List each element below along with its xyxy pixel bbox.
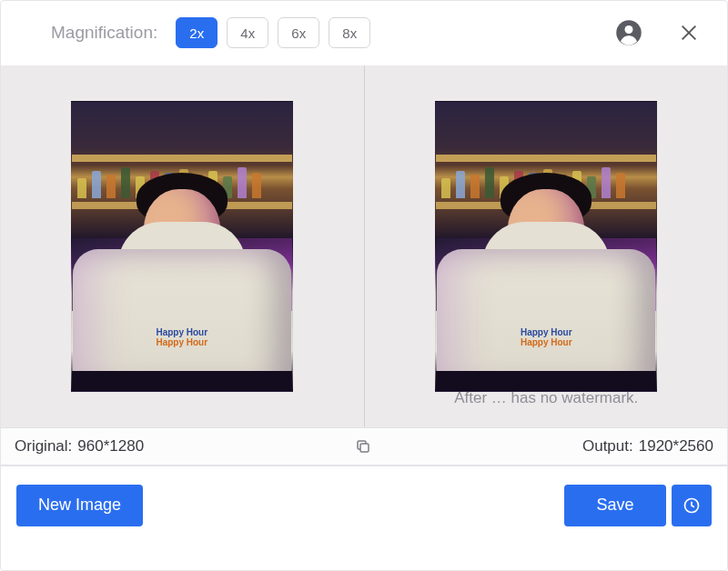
magnification-2x[interactable]: 2x (176, 17, 217, 48)
output-dimensions: 1920*2560 (639, 437, 713, 456)
hoodie-text-line2: Happy Hour (156, 338, 207, 348)
magnification-8x[interactable]: 8x (329, 17, 370, 48)
toolbar: Magnification: 2x 4x 6x 8x (0, 0, 728, 65)
hoodie-text-line1: Happy Hour (156, 328, 207, 338)
clock-icon (682, 496, 701, 515)
output-pane: Happy Hour Happy Hour After … has no wat… (365, 65, 729, 427)
svg-point-1 (625, 25, 633, 34)
compare-area: Happy Hour Happy Hour (0, 65, 728, 427)
history-button[interactable] (672, 485, 712, 526)
hoodie-text-line2: Happy Hour (521, 338, 572, 348)
magnification-label: Magnification: (51, 23, 157, 43)
close-icon[interactable] (679, 23, 699, 43)
original-image: Happy Hour Happy Hour (71, 101, 293, 392)
new-image-button[interactable]: New Image (16, 485, 143, 526)
copy-icon[interactable] (355, 438, 371, 455)
magnification-options: 2x 4x 6x 8x (176, 17, 370, 48)
output-image: Happy Hour Happy Hour (435, 101, 657, 392)
original-label: Original: (15, 437, 72, 456)
svg-rect-4 (360, 444, 369, 452)
hoodie-text-line1: Happy Hour (521, 328, 572, 338)
account-icon[interactable] (615, 19, 642, 46)
footer: New Image Save (0, 466, 728, 544)
magnification-6x[interactable]: 6x (278, 17, 319, 48)
info-bar: Original: 960*1280 Output: 1920*2560 (0, 427, 728, 466)
magnification-4x[interactable]: 4x (227, 17, 268, 48)
original-dimensions: 960*1280 (77, 437, 144, 456)
original-pane: Happy Hour Happy Hour (0, 65, 364, 427)
save-button[interactable]: Save (564, 485, 666, 526)
output-label: Output: (582, 437, 633, 456)
